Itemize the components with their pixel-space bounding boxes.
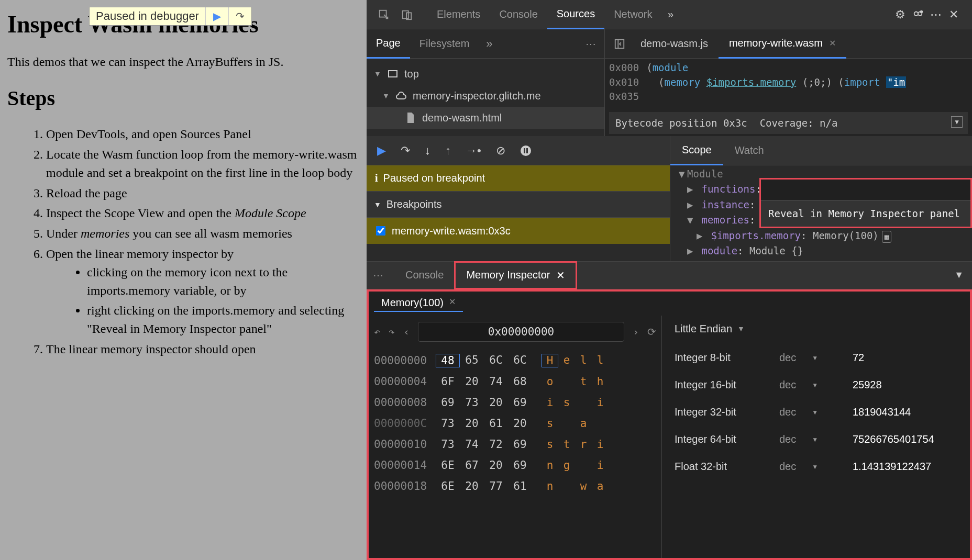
scope-line[interactable]: ▶ $imports.memory: Memory(100)▦	[679, 228, 968, 243]
more-navigator-icon[interactable]: »	[486, 37, 492, 51]
file-tree[interactable]: ▼ top ▼ memory-inspector.glitch.me demo-…	[367, 59, 605, 136]
hex-row[interactable]: 0000000C73206120s a	[374, 413, 656, 434]
hex-row[interactable]: 0000000869732069is i	[374, 392, 656, 413]
code-line[interactable]: 0x010 (memory $imports.memory (;0;) (imp…	[609, 75, 968, 90]
file-tabs: demo-wasm.jsmemory-write.wasm✕	[605, 29, 972, 58]
cloud-icon	[395, 92, 407, 100]
code-line[interactable]: 0x035	[609, 89, 968, 104]
navigator-tab-page[interactable]: Page	[367, 29, 410, 59]
debug-toolbar: ▶ ↷ ↓ ↑ →• ⊘	[367, 136, 670, 165]
scope-line[interactable]: ▶ module: Module {}	[679, 243, 968, 259]
tree-top[interactable]: ▼ top	[367, 63, 604, 85]
top-tab-sources[interactable]: Sources	[547, 0, 604, 29]
address-input[interactable]	[418, 322, 624, 342]
step-into-button-icon[interactable]: ↓	[425, 144, 430, 158]
hex-row[interactable]: 0000000048656C6CHell	[374, 350, 656, 371]
hex-row[interactable]: 0000001073747269stri	[374, 434, 656, 455]
breakpoints-header[interactable]: ▼ Breakpoints	[367, 192, 670, 218]
step-out-button-icon[interactable]: ↑	[445, 144, 451, 158]
whatsnew-icon[interactable]	[909, 9, 927, 20]
format-selector[interactable]: dec▼	[779, 433, 853, 445]
step-button-icon[interactable]: →•	[466, 144, 481, 158]
resume-icon[interactable]: ▶	[205, 7, 228, 25]
file-tab[interactable]: memory-write.wasm✕	[719, 29, 846, 59]
hex-row[interactable]: 000000146E672069ng i	[374, 455, 656, 476]
value-row: Integer 32-bitdec▼1819043144	[675, 399, 957, 426]
steps-list: Open DevTools, and open Sources PanelLoc…	[7, 125, 359, 359]
caret-down-icon: ▼	[812, 463, 818, 471]
kebab-menu-icon[interactable]: ⋯	[927, 8, 945, 21]
drawer-tab-console[interactable]: Console	[395, 261, 454, 289]
drawer-tab-memory-inspector[interactable]: Memory Inspector ✕	[454, 261, 577, 289]
deactivate-bp-icon[interactable]: ⊘	[496, 144, 505, 158]
close-icon[interactable]: ✕	[556, 269, 565, 282]
close-icon[interactable]: ✕	[449, 297, 456, 309]
caret-down-icon: ▼	[812, 382, 818, 389]
svg-point-3	[914, 12, 918, 15]
paused-badge: Paused in debugger ▶ ↷	[89, 7, 252, 26]
scope-tab-watch[interactable]: Watch	[723, 136, 776, 165]
reveal-tooltip[interactable]: Reveal in Memory Inspector panel	[761, 200, 970, 227]
paused-message: i Paused on breakpoint	[367, 165, 670, 192]
file-tab[interactable]: demo-wasm.js	[630, 29, 719, 59]
top-tab-console[interactable]: Console	[490, 0, 547, 29]
pause-exceptions-icon[interactable]	[520, 145, 532, 156]
memory-tab[interactable]: Memory(100) ✕	[374, 295, 463, 312]
hex-row[interactable]: 000000046F207468o th	[374, 371, 656, 392]
tree-domain[interactable]: ▼ memory-inspector.glitch.me	[367, 85, 604, 107]
tree-file-label: demo-wasm.html	[422, 112, 502, 124]
svg-point-9	[521, 145, 531, 156]
scope-body[interactable]: ▼Module ▶ functions: Functions {$loop: ƒ…	[670, 165, 972, 261]
format-selector[interactable]: dec▼	[779, 406, 853, 418]
device-toolbar-icon[interactable]	[399, 7, 415, 23]
top-tab-elements[interactable]: Elements	[427, 0, 490, 29]
coverage-status: Coverage: n/a	[760, 116, 838, 131]
collapse-drawer-icon[interactable]: ▼	[954, 270, 964, 281]
undo-icon[interactable]: ↶	[374, 326, 380, 338]
refresh-icon[interactable]: ⟳	[647, 326, 656, 338]
format-selector[interactable]: dec▼	[779, 461, 853, 473]
toggle-navigator-icon[interactable]	[609, 38, 630, 50]
devtools-panel: ElementsConsoleSourcesNetwork » ⚙ ⋯ ✕ Pa…	[367, 0, 972, 560]
step-over-icon[interactable]: ↷	[228, 7, 251, 25]
code-editor[interactable]: 0x000(module0x010 (memory $imports.memor…	[605, 59, 972, 136]
step-item: Reload the page	[46, 184, 359, 203]
endian-selector[interactable]: Little Endian ▼	[675, 323, 957, 335]
file-icon	[404, 113, 417, 123]
top-tab-network[interactable]: Network	[604, 0, 661, 29]
scope-pane: ScopeWatch ▼Module ▶ functions: Function…	[670, 136, 972, 261]
settings-icon[interactable]: ⚙	[891, 8, 909, 21]
hex-viewer[interactable]: ↶ ↷ ‹ › ⟳ 0000000048656C6CHell000000046F…	[369, 316, 662, 558]
hex-row[interactable]: 000000186E207761n wa	[374, 476, 656, 497]
navigator-menu-icon[interactable]: ⋯	[586, 38, 597, 50]
status-dropdown-icon[interactable]: ▼	[951, 116, 963, 128]
value-row: Integer 64-bitdec▼75266765401754	[675, 426, 957, 453]
code-line[interactable]: 0x000(module	[609, 61, 968, 75]
navigator-tab-filesystem[interactable]: Filesystem	[410, 29, 479, 59]
redo-icon[interactable]: ↷	[389, 326, 395, 338]
memory-icon[interactable]: ▦	[882, 231, 891, 243]
drawer-menu-icon[interactable]: ⋯	[373, 269, 384, 282]
paused-text: Paused in debugger	[90, 9, 205, 23]
format-selector[interactable]: dec▼	[779, 379, 853, 391]
svg-rect-8	[389, 71, 397, 77]
sources-middle: ▼ top ▼ memory-inspector.glitch.me demo-…	[367, 59, 972, 136]
tree-file[interactable]: demo-wasm.html	[367, 107, 604, 129]
steps-heading: Steps	[7, 86, 359, 110]
close-icon[interactable]: ✕	[945, 8, 963, 21]
code-status-bar: Bytecode position 0x3c Coverage: n/a ▼	[609, 113, 968, 134]
close-icon[interactable]: ✕	[829, 38, 836, 48]
info-icon: i	[375, 172, 378, 184]
prev-page-icon[interactable]: ‹	[403, 326, 410, 338]
scope-tab-scope[interactable]: Scope	[670, 136, 723, 165]
format-selector[interactable]: dec▼	[779, 352, 853, 364]
resume-button-icon[interactable]: ▶	[377, 144, 386, 158]
breakpoint-label: memory-write.wasm:0x3c	[392, 225, 511, 237]
step-over-button-icon[interactable]: ↷	[401, 144, 410, 158]
next-page-icon[interactable]: ›	[633, 326, 639, 338]
breakpoint-item[interactable]: memory-write.wasm:0x3c	[367, 218, 670, 244]
inspect-element-icon[interactable]	[376, 7, 392, 23]
more-tabs-icon[interactable]: »	[662, 8, 680, 20]
breakpoint-checkbox[interactable]	[376, 226, 385, 236]
value-interpreter: Little Endian ▼ Integer 8-bitdec▼72Integ…	[662, 316, 970, 558]
